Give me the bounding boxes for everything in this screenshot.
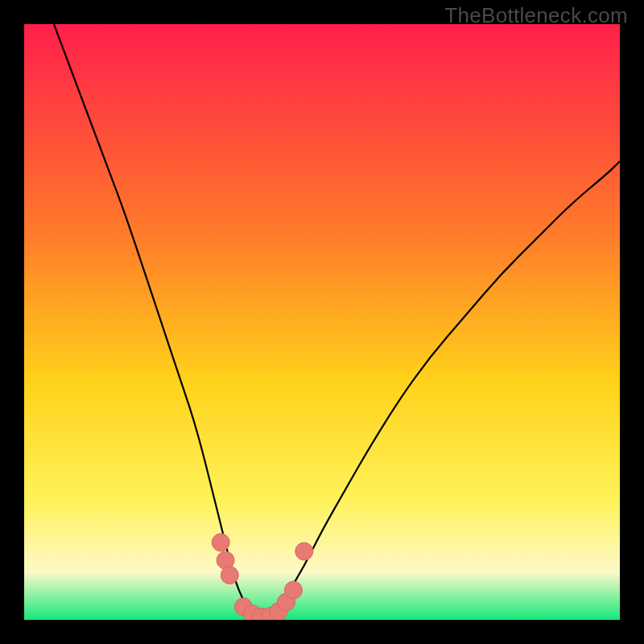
data-point <box>295 543 313 560</box>
data-point <box>284 581 302 599</box>
data-point <box>221 567 238 584</box>
chart-frame <box>24 24 620 620</box>
data-point <box>212 534 229 551</box>
bottleneck-chart <box>24 24 620 620</box>
